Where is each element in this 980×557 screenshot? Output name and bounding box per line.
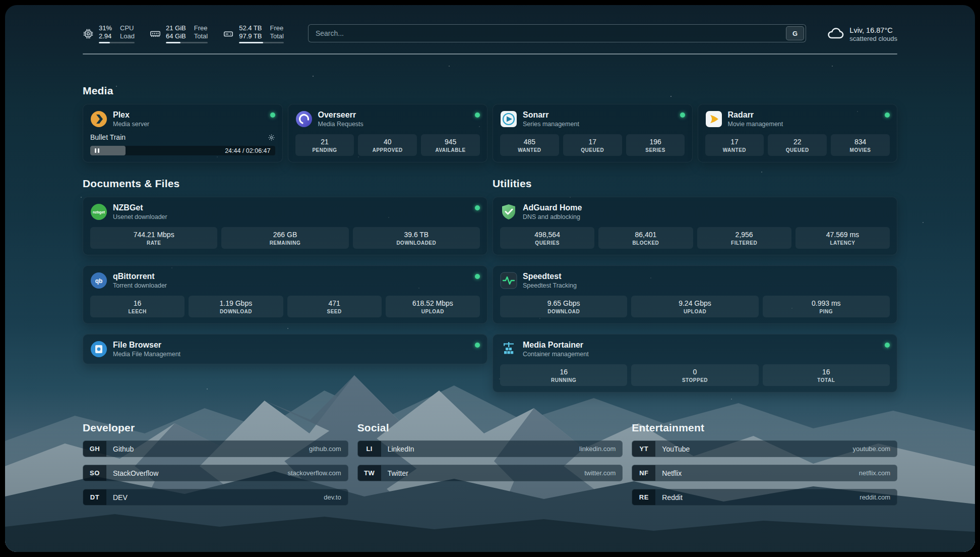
card-speedtest[interactable]: Speedtest Speedtest Tracking 9.65 Gbps D… [493, 265, 897, 324]
memory-usage-bar [166, 42, 208, 43]
service-name: Speedtest [523, 272, 577, 281]
bookmark-name: Reddit [662, 493, 860, 502]
bookmark-url: github.com [309, 445, 341, 453]
cpu-widget: 31% CPU 2.94 Load [83, 24, 135, 43]
stat-blocked: 86,401 BLOCKED [598, 227, 693, 249]
disk-free-value: 52.4 TB [239, 24, 262, 32]
stat-queued: 22 QUEUED [768, 134, 827, 156]
nzbget-icon: nzbget [90, 203, 107, 220]
bookmark-youtube[interactable]: YT YouTube youtube.com [632, 440, 897, 457]
bookmark-name: Github [113, 445, 309, 453]
service-name: Radarr [728, 110, 783, 120]
stat-series: 196 SERIES [626, 134, 685, 156]
service-name: qBittorrent [113, 272, 167, 281]
section-title-entertainment: Entertainment [632, 422, 897, 434]
status-dot [680, 113, 685, 118]
card-nzbget[interactable]: nzbget NZBGet Usenet downloader 744.21 M… [83, 197, 487, 255]
cpu-data: 31% CPU 2.94 Load [99, 24, 135, 43]
section-title-media: Media [83, 85, 897, 97]
cpu-icon [83, 28, 94, 39]
stat-rate: 744.21 Mbps RATE [90, 227, 217, 249]
utilities-column: Utilities [493, 178, 897, 393]
bookmark-url: reddit.com [860, 493, 890, 501]
playback-time: 24:44 / 02:06:47 [225, 147, 270, 154]
bookmark-abbr: RE [632, 489, 655, 505]
adguard-stats: 498,564 QUERIES 86,401 BLOCKED 2,956 FIL… [500, 227, 890, 249]
stat-total: 16 TOTAL [763, 364, 890, 386]
sonarr-stats: 485 WANTED 17 QUEUED 196 SERIES [500, 134, 685, 156]
service-subtitle: Usenet downloader [113, 213, 167, 220]
bookmark-twitter[interactable]: TW Twitter twitter.com [357, 465, 623, 481]
service-name: Overseerr [318, 110, 363, 120]
section-title-developer: Developer [83, 422, 348, 434]
stat-leech: 16 LEECH [90, 296, 185, 317]
bookmark-abbr: GH [83, 441, 106, 457]
bookmark-reddit[interactable]: RE Reddit reddit.com [632, 489, 897, 506]
bookmark-abbr: SO [83, 465, 106, 481]
nzbget-header: nzbget NZBGet Usenet downloader [90, 203, 480, 220]
stat-wanted: 17 WANTED [705, 134, 764, 156]
section-title-documents: Documents & Files [83, 178, 487, 190]
qbittorrent-icon: qb [90, 272, 107, 289]
disk-usage-bar [239, 42, 284, 43]
card-radarr[interactable]: Radarr Movie management 17 WANTED 22 QUE… [698, 104, 898, 162]
stat-seed: 471 SEED [287, 296, 382, 317]
stat-movies: 834 MOVIES [831, 134, 890, 156]
radarr-icon [705, 110, 722, 128]
pause-icon[interactable] [95, 148, 99, 153]
weather-widget[interactable]: Lviv, 16.87°C scattered clouds [826, 24, 897, 44]
search-provider-button[interactable]: G [786, 26, 804, 40]
status-dot [475, 274, 480, 279]
card-sonarr[interactable]: Sonarr Series management 485 WANTED 17 Q… [493, 104, 693, 162]
service-name: Media Portainer [523, 341, 589, 350]
stat-downloaded: 39.6 TB DOWNLOADED [353, 227, 480, 249]
status-dot [475, 343, 480, 348]
bookmark-abbr: YT [632, 441, 655, 457]
sonarr-icon [500, 110, 517, 128]
disk-total-value: 97.9 TB [239, 32, 262, 40]
svg-text:qb: qb [95, 277, 103, 285]
cloud-icon [826, 24, 844, 44]
stat-available: 945 AVAILABLE [421, 134, 480, 156]
radarr-header: Radarr Movie management [705, 110, 890, 128]
card-plex[interactable]: Plex Media server Bullet Train [83, 104, 283, 162]
bookmark-abbr: NF [632, 465, 655, 481]
search-input[interactable] [308, 24, 806, 42]
stat-filtered: 2,956 FILTERED [697, 227, 791, 249]
gear-icon[interactable] [268, 134, 275, 141]
plex-header: Plex Media server [90, 110, 275, 128]
playback-progress-bar[interactable]: 24:44 / 02:06:47 [90, 146, 275, 155]
bookmark-group-developer: Developer GH Github github.com SO StackO… [83, 422, 348, 506]
resource-widgets: 31% CPU 2.94 Load [83, 24, 284, 43]
bookmark-dev[interactable]: DT DEV dev.to [83, 489, 348, 506]
bookmark-group-social: Social LI LinkedIn linkedin.com TW Twitt… [357, 422, 623, 506]
cpu-load-value: 2.94 [99, 32, 112, 40]
bookmark-linkedin[interactable]: LI LinkedIn linkedin.com [357, 440, 623, 457]
bookmark-stackoverflow[interactable]: SO StackOverflow stackoverflow.com [83, 465, 348, 481]
status-dot [885, 113, 890, 118]
card-qbittorrent[interactable]: qb qBittorrent Torrent downloader 16 [83, 265, 487, 324]
bookmark-github[interactable]: GH Github github.com [83, 440, 348, 457]
bookmark-url: stackoverflow.com [287, 469, 341, 477]
card-adguard[interactable]: AdGuard Home DNS and adblocking 498,564 … [493, 197, 897, 255]
bookmark-abbr: LI [358, 441, 381, 457]
card-portainer[interactable]: Media Portainer Container management 16 … [493, 334, 897, 393]
service-name: AdGuard Home [523, 203, 582, 212]
stat-ping: 0.993 ms PING [763, 296, 890, 317]
disk-widget: 52.4 TB Free 97.9 TB Total [223, 24, 284, 43]
memory-free-label: Free [194, 24, 208, 32]
stat-latency: 47.569 ms LATENCY [795, 227, 890, 249]
bookmark-abbr: DT [83, 489, 106, 505]
bookmark-netflix[interactable]: NF Netflix netflix.com [632, 465, 897, 481]
bookmark-abbr: TW [358, 465, 381, 481]
card-filebrowser[interactable]: File Browser Media File Management [83, 334, 487, 364]
bookmark-url: twitter.com [584, 469, 616, 477]
dashboard-content: 31% CPU 2.94 Load [83, 5, 897, 526]
bookmark-url: dev.to [324, 493, 341, 501]
dashboard-screen: 31% CPU 2.94 Load [5, 5, 975, 552]
card-overseerr[interactable]: Overseerr Media Requests 21 PENDING 40 A… [288, 104, 488, 162]
qbittorrent-header: qb qBittorrent Torrent downloader [90, 272, 480, 289]
cpu-usage-bar [99, 42, 135, 43]
nzbget-stats: 744.21 Mbps RATE 266 GB REMAINING 39.6 T… [90, 227, 480, 249]
bookmark-name: Twitter [388, 469, 585, 477]
